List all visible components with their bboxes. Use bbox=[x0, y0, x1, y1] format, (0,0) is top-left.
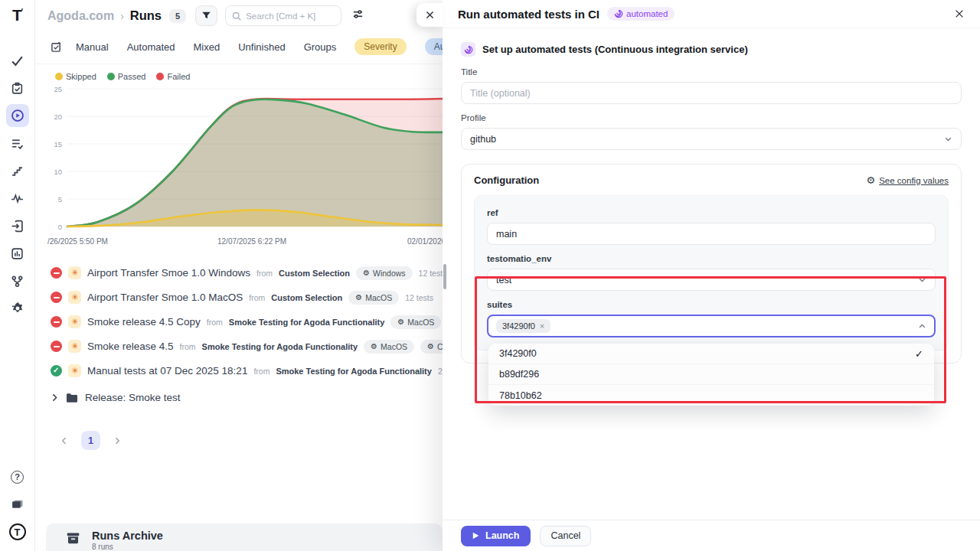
configuration-title: Configuration bbox=[474, 174, 539, 186]
scrollbar-thumb[interactable] bbox=[443, 264, 446, 289]
gear-icon: ⚙ bbox=[427, 342, 434, 350]
from-label: from bbox=[249, 293, 265, 302]
testomat-widget-icon[interactable]: T bbox=[6, 520, 29, 543]
env-badge: ⚙Chrome bbox=[420, 340, 443, 354]
suites-label: suites bbox=[487, 300, 936, 309]
title-label: Title bbox=[461, 67, 962, 77]
automatable-pill[interactable]: Automatable bbox=[425, 38, 443, 55]
x-tick-label: /26/2025 5:50 PM bbox=[47, 237, 108, 246]
from-label: from bbox=[253, 367, 270, 376]
env-badge: ⚙MacOS bbox=[364, 340, 414, 354]
settings-icon[interactable] bbox=[6, 297, 29, 320]
passed-status-icon bbox=[51, 365, 62, 377]
branch-icon[interactable] bbox=[6, 269, 29, 292]
ref-input[interactable] bbox=[487, 223, 936, 245]
group-label: Release: Smoke test bbox=[85, 392, 181, 403]
tab-manual[interactable]: Manual bbox=[76, 41, 109, 53]
run-in-ci-drawer: Run automated tests in CI automated Set … bbox=[443, 0, 980, 551]
search-input[interactable] bbox=[246, 11, 330, 21]
run-row[interactable]: ✳ Smoke release 4.5 from Smoke Testing f… bbox=[51, 338, 443, 354]
search-box[interactable] bbox=[225, 5, 341, 26]
run-row[interactable]: ✳ Airport Transfer Smoe 1.0 Windows from… bbox=[51, 265, 443, 281]
cancel-button[interactable]: Cancel bbox=[540, 526, 591, 546]
selected-suite-tag: 3f4290f0 × bbox=[496, 319, 550, 333]
run-title[interactable]: Manual tests at 07 Dec 2025 18:21 bbox=[87, 365, 247, 377]
suites-multiselect[interactable]: 3f4290f0 × bbox=[487, 315, 936, 337]
icon-rail: T' ? T bbox=[0, 0, 35, 551]
run-row[interactable]: ✳ Manual tests at 07 Dec 2025 18:21 from… bbox=[51, 363, 443, 379]
passed-dot-icon bbox=[107, 73, 115, 80]
pulse-icon[interactable] bbox=[6, 187, 29, 210]
chart-x-axis: /26/2025 5:50 PM 12/07/2025 6:22 PM 02/0… bbox=[46, 236, 443, 248]
testomat-logo[interactable]: T' bbox=[12, 6, 22, 24]
x-tick-label: 12/07/2025 6:22 PM bbox=[217, 237, 286, 246]
launch-button[interactable]: Launch bbox=[461, 526, 531, 546]
next-page-icon[interactable] bbox=[113, 436, 122, 445]
close-icon bbox=[425, 10, 435, 20]
drawer-body: Set up automated tests (Continuous integ… bbox=[443, 28, 980, 364]
env-select[interactable]: test bbox=[487, 269, 936, 291]
prev-page-icon[interactable] bbox=[60, 436, 69, 445]
automated-section-icon bbox=[461, 42, 475, 57]
configuration-fields: ref testomatio_env test suites 3f4290f0 bbox=[474, 195, 949, 350]
profile-value: github bbox=[470, 134, 496, 145]
title-input[interactable] bbox=[461, 82, 962, 104]
breadcrumb-project[interactable]: Agoda.com bbox=[47, 9, 114, 23]
test-plan-icon[interactable] bbox=[6, 77, 29, 99]
filter-button[interactable] bbox=[195, 5, 217, 26]
svg-text:0: 0 bbox=[58, 223, 62, 231]
steps-icon[interactable] bbox=[6, 159, 29, 182]
profile-select[interactable]: github bbox=[461, 128, 962, 150]
release-group-row[interactable]: Release: Smoke test bbox=[51, 392, 443, 403]
run-source: Smoke Testing for Agoda Functionality bbox=[276, 367, 432, 376]
projects-icon[interactable] bbox=[6, 493, 29, 516]
suite-option[interactable]: 3f4290f0 ✓ bbox=[488, 344, 934, 364]
chevron-right-icon[interactable] bbox=[51, 393, 59, 402]
help-icon[interactable]: ? bbox=[6, 465, 29, 488]
archive-box-icon bbox=[66, 531, 80, 549]
see-config-values-link[interactable]: ⚙ See config values bbox=[867, 174, 949, 186]
tasks-icon[interactable] bbox=[6, 49, 29, 72]
search-icon bbox=[232, 11, 241, 21]
runs-archive-bar[interactable]: Runs Archive 8 runs bbox=[46, 523, 443, 551]
run-title[interactable]: Airport Transfer Smoe 1.0 Windows bbox=[87, 267, 250, 279]
run-title[interactable]: Airport Transfer Smoe 1.0 MacOS bbox=[87, 292, 243, 303]
severity-pill[interactable]: Severity bbox=[354, 38, 406, 55]
analytics-icon[interactable] bbox=[6, 242, 29, 265]
run-row[interactable]: ✳ Smoke release 4.5 Copy from Smoke Test… bbox=[51, 314, 443, 330]
checklist-icon[interactable] bbox=[6, 132, 29, 155]
suite-option[interactable]: 78b10b62 bbox=[488, 385, 934, 406]
runs-icon[interactable] bbox=[6, 104, 29, 127]
tab-automated[interactable]: Automated bbox=[127, 41, 175, 53]
bulk-select-icon[interactable] bbox=[51, 41, 62, 53]
breadcrumb-page: Runs bbox=[130, 8, 162, 23]
drawer-edge-close-button[interactable] bbox=[416, 3, 443, 27]
run-title[interactable]: Smoke release 4.5 bbox=[87, 341, 174, 352]
play-icon bbox=[472, 532, 479, 540]
section-title: Set up automated tests (Continuous integ… bbox=[482, 44, 748, 55]
import-icon[interactable] bbox=[6, 214, 29, 237]
gear-icon: ⚙ bbox=[371, 342, 377, 350]
ref-label: ref bbox=[487, 208, 936, 217]
tab-mixed[interactable]: Mixed bbox=[194, 41, 220, 53]
remove-tag-icon[interactable]: × bbox=[540, 321, 544, 331]
run-title[interactable]: Smoke release 4.5 Copy bbox=[87, 316, 201, 328]
close-button[interactable] bbox=[954, 8, 965, 19]
view-settings-icon[interactable] bbox=[352, 8, 364, 23]
runs-trend-chart: 0510152025 /26/2025 5:50 PM 12/07/2025 6… bbox=[35, 83, 443, 248]
page-number[interactable]: 1 bbox=[81, 431, 100, 450]
tab-groups[interactable]: Groups bbox=[304, 41, 337, 53]
env-badge: ⚙MacOS bbox=[390, 315, 441, 329]
tab-unfinished[interactable]: Unfinished bbox=[238, 41, 285, 53]
run-row[interactable]: ✳ Airport Transfer Smoe 1.0 MacOS from C… bbox=[51, 289, 443, 305]
suites-dropdown: 3f4290f0 ✓ b89df296 78b10b62 bbox=[488, 344, 934, 406]
profile-label: Profile bbox=[461, 113, 962, 122]
legend-passed: Passed bbox=[107, 72, 146, 81]
run-source: Smoke Testing for Agoda Functionality bbox=[202, 342, 358, 351]
archive-subtitle: 8 runs bbox=[92, 543, 163, 551]
suite-option[interactable]: b89df296 bbox=[488, 364, 934, 385]
spinner-icon: ✳ bbox=[68, 315, 81, 328]
chevron-up-icon[interactable] bbox=[918, 322, 926, 331]
spinner-icon: ✳ bbox=[68, 291, 81, 304]
breadcrumb: Agoda.com › Runs 5 bbox=[35, 0, 443, 31]
